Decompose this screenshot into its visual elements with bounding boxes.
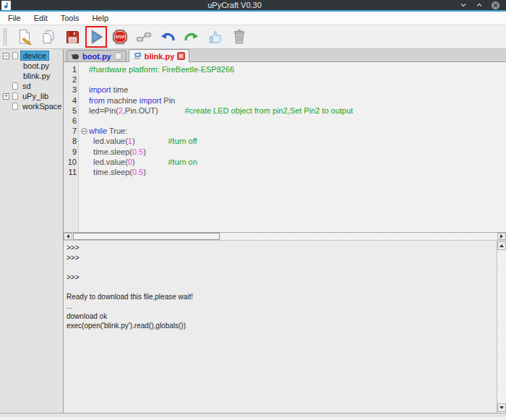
tab-blink-py[interactable]: blink.py	[129, 49, 190, 62]
connect-button[interactable]	[133, 26, 155, 48]
code-line: 11 time.sleep(0.5)	[64, 167, 506, 177]
toolbar-drag-handle[interactable]	[3, 28, 7, 46]
expand-icon[interactable]: +	[3, 93, 9, 100]
code-line: 5led=Pin(2,Pin.OUT) #create LED object f…	[64, 106, 506, 116]
tree-item-label: blink.py	[21, 72, 52, 80]
fold-marker-icon[interactable]	[81, 128, 87, 134]
code-line: 4from machine import Pin	[64, 95, 506, 106]
code-line-text: from machine import Pin	[89, 95, 175, 106]
stop-icon: STOP	[111, 28, 129, 46]
menu-help[interactable]: Help	[85, 12, 115, 25]
line-number: 9	[64, 147, 77, 157]
console-line: exec(open('blink.py').read(),globals())	[67, 321, 494, 331]
tree-item-label: boot.py	[21, 61, 51, 70]
line-number: 3	[64, 85, 77, 95]
tree-item-upy_lib[interactable]: +uPy_lib	[0, 91, 63, 101]
line-number: 10	[64, 157, 77, 167]
line-number: 2	[64, 74, 77, 85]
line-number: 4	[64, 95, 77, 106]
file-tree: −deviceboot.pyblink.pysd+uPy_libworkSpac…	[0, 51, 63, 111]
console-line: download ok	[67, 312, 494, 322]
code-line-text: while True:	[89, 126, 127, 136]
console-line	[67, 282, 494, 292]
code-line: 1#hardware platform: FireBeetle-ESP8266	[64, 64, 506, 74]
undo-button[interactable]	[157, 26, 179, 48]
clear-button[interactable]	[228, 26, 250, 48]
tree-item-device[interactable]: −device	[0, 51, 63, 61]
syntax-check-icon	[207, 28, 224, 46]
stop-button[interactable]: STOP	[109, 26, 131, 48]
line-number: 7	[64, 126, 77, 136]
window-bottom-edge	[0, 413, 506, 417]
minimize-button[interactable]	[458, 0, 468, 10]
code-line: 6	[64, 116, 506, 126]
new-file-button[interactable]	[14, 26, 35, 48]
connect-icon	[135, 28, 153, 46]
console-line: >>>	[67, 253, 494, 263]
save-file-button[interactable]	[61, 26, 83, 48]
tree-item-workspace[interactable]: workSpace	[0, 101, 63, 111]
open-file-button[interactable]	[38, 26, 59, 48]
close-tab-icon[interactable]	[177, 52, 185, 60]
line-number: 5	[64, 106, 77, 116]
menu-file[interactable]: File	[1, 12, 27, 25]
file-icon	[12, 93, 18, 100]
menu-edit[interactable]: Edit	[27, 12, 54, 25]
code-line: 7while True:	[64, 126, 506, 136]
redo-icon	[183, 28, 200, 46]
editor-horizontal-scrollbar	[64, 232, 506, 241]
menu-tools[interactable]: Tools	[54, 12, 86, 25]
scroll-down-button[interactable]	[497, 403, 506, 412]
toolbar: STOP	[0, 25, 506, 49]
code-line-text: led.value(0) #turn on	[89, 157, 197, 167]
serial-console[interactable]: >>> >>> >>> Ready to download this file,…	[64, 241, 506, 413]
menu-bar: File Edit Tools Help	[0, 12, 506, 25]
code-line-text: time.sleep(0.5)	[89, 147, 146, 157]
collapse-icon[interactable]: −	[3, 53, 9, 59]
line-number: 11	[64, 167, 77, 177]
line-number: 8	[64, 136, 77, 146]
code-line-text: #hardware platform: FireBeetle-ESP8266	[89, 64, 234, 74]
horizontal-scroll-thumb[interactable]	[73, 233, 220, 240]
close-button[interactable]	[490, 0, 500, 10]
tab-bar: boot.py blink.py	[64, 49, 506, 62]
maximize-button[interactable]	[474, 0, 484, 10]
code-editor[interactable]: 1#hardware platform: FireBeetle-ESP82662…	[64, 62, 506, 232]
close-tab-icon[interactable]	[114, 52, 122, 60]
redo-button[interactable]	[181, 26, 202, 48]
code-line: 8 led.value(1) #turn off	[64, 136, 506, 146]
file-icon	[12, 52, 18, 59]
code-line-text: led.value(1) #turn off	[89, 136, 197, 146]
tab-boot-py[interactable]: boot.py	[67, 50, 126, 61]
code-area: 1#hardware platform: FireBeetle-ESP82662…	[64, 62, 506, 177]
tree-item-blink-py[interactable]: blink.py	[0, 71, 63, 81]
window-title: uPyCraft V0.30	[11, 1, 458, 9]
tree-item-label: sd	[20, 82, 33, 90]
file-icon	[12, 82, 18, 90]
new-file-icon	[16, 28, 33, 46]
code-line: 3import time	[64, 85, 506, 95]
device-file-icon	[133, 52, 142, 60]
open-file-icon	[40, 28, 57, 46]
tree-item-boot-py[interactable]: boot.py	[0, 61, 63, 71]
file-icon	[12, 103, 18, 110]
download-run-button[interactable]	[85, 26, 107, 48]
tab-label: blink.py	[145, 52, 175, 61]
tab-label: boot.py	[82, 52, 111, 61]
console-line: >>>	[67, 273, 494, 283]
console-output: >>> >>> >>> Ready to download this file,…	[67, 243, 494, 331]
syntax-check-button[interactable]	[205, 26, 226, 48]
tree-item-label: device	[20, 51, 49, 61]
title-bar: uPyCraft V0.30	[0, 0, 506, 12]
tree-item-sd[interactable]: sd	[0, 81, 63, 91]
code-line: 10 led.value(0) #turn on	[64, 157, 506, 167]
device-file-icon	[71, 53, 80, 60]
scroll-right-button[interactable]	[497, 233, 506, 240]
console-vertical-scrollbar	[497, 241, 506, 413]
console-line	[67, 262, 494, 273]
scroll-up-button[interactable]	[497, 241, 506, 250]
save-file-icon	[64, 28, 81, 46]
scroll-left-button[interactable]	[64, 233, 72, 240]
code-line-text: import time	[89, 85, 128, 95]
code-line-text: time.sleep(0.5)	[89, 167, 146, 177]
